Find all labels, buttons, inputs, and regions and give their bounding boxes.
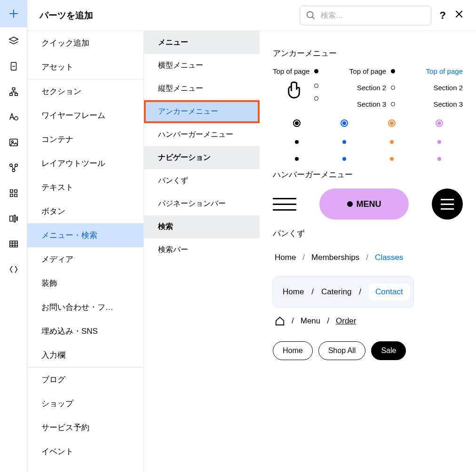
home-icon: [275, 316, 285, 326]
category-item[interactable]: クイック追加: [27, 31, 143, 55]
category-item[interactable]: イベント: [27, 440, 143, 464]
submenu-item[interactable]: 検索バー: [144, 238, 260, 261]
svg-point-33: [307, 11, 313, 17]
category-item[interactable]: コンテナ: [27, 127, 143, 151]
submenu-header: ナビゲーション: [144, 146, 260, 169]
anchor-style-preview[interactable]: [436, 119, 443, 161]
svg-rect-23: [10, 194, 13, 197]
svg-line-19: [12, 166, 13, 169]
typography-icon[interactable]: [0, 105, 27, 129]
submenu-item[interactable]: アンカーメニュー: [144, 100, 260, 123]
anchor-style-preview[interactable]: [388, 119, 396, 161]
masters-icon[interactable]: [0, 207, 27, 230]
anchor-menu-preview-1[interactable]: Top of page: [273, 67, 318, 108]
submenu-item[interactable]: パジネーションバー: [144, 192, 260, 215]
panel-title: パーツを追加: [40, 9, 300, 22]
close-button[interactable]: [454, 9, 464, 19]
svg-line-20: [14, 166, 15, 169]
submenu-item[interactable]: パンくず: [144, 169, 260, 192]
anchor-style-preview[interactable]: [341, 119, 348, 161]
search-input[interactable]: [321, 11, 425, 20]
layers-icon[interactable]: [0, 29, 27, 53]
breadcrumb-preview-4[interactable]: Home Shop All Sale: [273, 341, 463, 360]
submenu-header: メニュー: [144, 31, 260, 54]
category-item[interactable]: 入力欄: [27, 343, 143, 367]
submenu-item[interactable]: 縦型メニュー: [144, 77, 260, 100]
category-item[interactable]: レイアウトツール: [27, 151, 143, 175]
anchor-menu-preview-2[interactable]: Top of page Section 2 Section 3: [349, 67, 395, 108]
category-item[interactable]: サービス予約: [27, 416, 143, 440]
hamburger-preview-circle[interactable]: [432, 189, 463, 220]
svg-marker-2: [9, 37, 17, 41]
category-item[interactable]: 装飾: [27, 271, 143, 295]
anchor-menu-preview-3[interactable]: Top of page Section 2 Section 3: [426, 67, 463, 108]
breadcrumb-preview-1[interactable]: Home/ Memberships/ Classes: [275, 253, 463, 262]
code-icon[interactable]: [0, 258, 27, 281]
help-button[interactable]: ?: [440, 9, 446, 22]
category-item[interactable]: メディア: [27, 247, 143, 271]
add-element-button[interactable]: [0, 0, 27, 27]
svg-point-13: [14, 117, 17, 120]
category-item[interactable]: ブログ: [27, 368, 143, 392]
image-icon[interactable]: [0, 131, 27, 154]
svg-rect-22: [14, 190, 17, 193]
svg-rect-24: [14, 194, 17, 197]
category-item[interactable]: アセット: [27, 55, 143, 79]
svg-point-18: [12, 169, 15, 172]
svg-rect-21: [10, 190, 13, 193]
category-item[interactable]: ワイヤーフレーム: [27, 103, 143, 127]
category-item[interactable]: セクション: [27, 79, 143, 103]
anchor-style-preview[interactable]: [293, 119, 301, 161]
breadcrumb-preview-2[interactable]: Home/ Catering/ Contact: [273, 276, 414, 307]
svg-rect-25: [9, 216, 12, 221]
submenu-item[interactable]: 横型メニュー: [144, 54, 260, 77]
page-icon[interactable]: [0, 55, 27, 78]
svg-rect-28: [9, 241, 17, 247]
hamburger-menu-title: ハンバーガーメニュー: [273, 169, 463, 180]
submenu-header: 検索: [144, 215, 260, 238]
svg-rect-27: [16, 217, 17, 220]
submenu-item[interactable]: ハンバーガーメニュー: [144, 123, 260, 146]
category-list: クイック追加アセット セクションワイヤーフレームコンテナレイアウトツールテキスト…: [27, 31, 144, 472]
category-item[interactable]: メニュー・検索: [27, 223, 143, 247]
submenu-list: メニュー横型メニュー縦型メニューアンカーメニューハンバーガーメニューナビゲーショ…: [144, 31, 260, 472]
category-item[interactable]: お問い合わせ・フ…: [27, 295, 143, 319]
svg-rect-26: [14, 215, 15, 222]
table-icon[interactable]: [0, 232, 27, 256]
svg-rect-5: [12, 88, 15, 90]
category-item[interactable]: 埋め込み・SNS: [27, 319, 143, 343]
category-item[interactable]: テキスト: [27, 175, 143, 199]
apps-icon[interactable]: [0, 181, 27, 205]
svg-rect-7: [15, 94, 17, 96]
site-structure-icon[interactable]: [0, 80, 27, 103]
hamburger-preview-lines[interactable]: [273, 198, 296, 211]
data-icon[interactable]: [0, 156, 27, 180]
category-item[interactable]: ショップ: [27, 392, 143, 416]
category-item[interactable]: ボタン: [27, 199, 143, 223]
search-icon: [306, 10, 316, 21]
svg-line-34: [312, 16, 314, 19]
hamburger-preview-pill[interactable]: MENU: [319, 189, 409, 220]
cursor-icon: [286, 80, 302, 99]
anchor-menu-title: アンカーメニュー: [273, 48, 463, 59]
breadcrumb-preview-3[interactable]: /Menu /Order: [275, 316, 463, 326]
svg-rect-6: [9, 94, 12, 96]
preview-pane: アンカーメニュー Top of page Top of page Section…: [260, 31, 476, 472]
search-input-container[interactable]: [300, 6, 431, 25]
breadcrumb-title: パンくず: [273, 228, 463, 239]
